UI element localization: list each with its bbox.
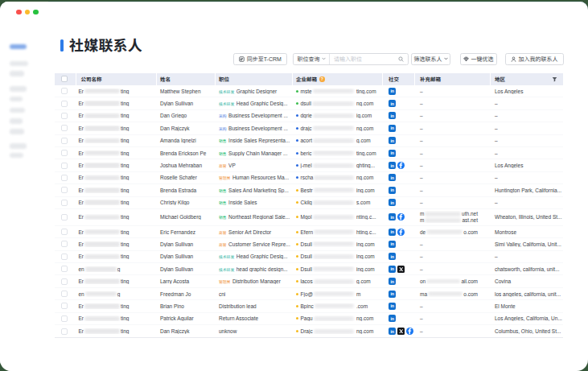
linkedin-icon[interactable]: in <box>389 229 396 236</box>
one-click-optimize-button[interactable]: 一键优选 <box>460 53 497 65</box>
linkedin-icon[interactable]: in <box>389 162 396 169</box>
email-cell: bericting.com <box>293 150 383 156</box>
linkedin-icon[interactable]: in <box>389 199 396 206</box>
filter-funnel-icon[interactable] <box>552 76 557 82</box>
linkedin-icon[interactable]: in <box>389 253 396 260</box>
linkedin-icon[interactable]: in <box>389 100 396 107</box>
close-window-button[interactable] <box>16 10 22 15</box>
filter-contacts-button[interactable]: 筛选联系人 <box>411 53 450 65</box>
linkedin-icon[interactable]: in <box>389 112 396 119</box>
linkedin-icon[interactable]: in <box>389 174 396 181</box>
row-checkbox[interactable] <box>61 229 68 235</box>
sidebar-item-4[interactable] <box>10 86 27 92</box>
position-search-input[interactable]: 请输入职位 <box>330 55 408 63</box>
region-cell: Los Angeles <box>491 89 563 94</box>
x-twitter-icon[interactable] <box>397 328 405 335</box>
row-checkbox[interactable] <box>61 163 68 169</box>
sidebar-item-5[interactable] <box>10 97 23 102</box>
linkedin-icon[interactable]: in <box>389 213 396 221</box>
x-twitter-icon[interactable] <box>397 266 405 273</box>
row-checkbox[interactable] <box>61 303 68 309</box>
linkedin-icon[interactable]: in <box>389 291 396 298</box>
facebook-icon[interactable] <box>397 229 405 236</box>
facebook-icon[interactable] <box>397 162 405 169</box>
row-checkbox[interactable] <box>61 138 68 144</box>
add-to-my-contacts-button[interactable]: 加入我的联系人 <box>505 53 564 65</box>
row-checkbox[interactable] <box>61 291 68 297</box>
sidebar-item-9[interactable] <box>10 143 27 149</box>
row-checkbox[interactable] <box>61 113 68 119</box>
name-cell: Dylan Sullivan <box>157 254 216 259</box>
zoom-window-button[interactable] <box>33 10 39 15</box>
region-cell: los angeles, california, unit... <box>491 291 563 297</box>
row-checkbox[interactable] <box>61 328 68 335</box>
sidebar-item-8[interactable] <box>10 129 24 134</box>
linkedin-icon[interactable]: in <box>389 328 396 335</box>
contact-row: ErtingDan Rajczyk采购Business Development … <box>55 122 563 134</box>
email-status-dot <box>296 280 298 282</box>
linkedin-icon[interactable]: in <box>389 150 396 157</box>
linkedin-icon[interactable]: in <box>389 278 396 285</box>
app-window: 社媒联系人 同步至T-CRM 职位查询 请输入职位 筛选联系人 一键优选 <box>0 2 588 371</box>
name-cell: Brenda Estrada <box>157 188 216 193</box>
sidebar-item-2[interactable] <box>10 61 28 67</box>
linkedin-icon[interactable]: in <box>389 125 396 132</box>
company-suffix: g <box>117 266 121 272</box>
row-checkbox[interactable] <box>61 187 68 193</box>
sync-to-tcrm-button[interactable]: 同步至T-CRM <box>233 53 287 65</box>
extra-email-empty: – <box>420 113 423 118</box>
row-checkbox[interactable] <box>61 254 68 260</box>
extra-email-cell: – <box>415 89 491 94</box>
row-checkbox[interactable] <box>61 266 68 272</box>
facebook-icon[interactable] <box>397 213 405 221</box>
sidebar-item-1[interactable] <box>10 44 27 50</box>
row-checkbox[interactable] <box>61 150 68 156</box>
sidebar-item-6[interactable] <box>10 108 25 113</box>
column-header-social: 社交 <box>383 73 415 86</box>
linkedin-icon[interactable]: in <box>389 241 396 248</box>
email-help-icon[interactable]: ? <box>319 76 325 82</box>
linkedin-icon[interactable]: in <box>389 303 396 310</box>
extra-email-cell: muth.netmast.net <box>415 211 491 223</box>
email-suffix: ing.com <box>356 266 375 272</box>
sidebar-item-7[interactable] <box>10 118 23 124</box>
row-checkbox[interactable] <box>61 241 68 247</box>
email-suffix: ghting... <box>356 163 375 168</box>
position-search-type-select[interactable]: 职位查询 <box>294 54 330 64</box>
company-suffix: ting <box>121 188 129 193</box>
linkedin-icon[interactable]: in <box>389 88 396 95</box>
row-checkbox[interactable] <box>61 278 68 285</box>
row-checkbox[interactable] <box>61 88 68 94</box>
row-checkbox[interactable] <box>61 101 68 107</box>
column-header-email: 企业邮箱? <box>293 73 383 86</box>
social-cell: in <box>383 328 415 335</box>
linkedin-icon[interactable]: in <box>389 187 396 194</box>
select-all-checkbox[interactable] <box>61 76 68 82</box>
linkedin-icon[interactable]: in <box>389 315 396 322</box>
extra-email-cell: – <box>415 315 491 321</box>
name-cell: Larry Acosta <box>157 278 216 284</box>
row-checkbox[interactable] <box>61 125 68 131</box>
sidebar-item-3[interactable] <box>10 71 24 76</box>
position-tag: 高管 <box>219 229 227 235</box>
row-checkbox[interactable] <box>61 315 68 322</box>
redacted-text <box>313 163 354 168</box>
minimize-window-button[interactable] <box>25 10 31 15</box>
sidebar-item-10[interactable] <box>10 153 23 159</box>
extra-email-cell: – <box>415 188 491 193</box>
email-prefix: j-mel <box>301 163 312 168</box>
extra-email: muth.net <box>420 211 478 216</box>
facebook-icon[interactable] <box>406 328 413 335</box>
email-prefix: dsull <box>301 101 311 106</box>
row-checkbox[interactable] <box>61 175 68 181</box>
region-cell: Huntington Park, California... <box>491 188 563 193</box>
linkedin-icon[interactable]: in <box>389 137 396 144</box>
row-checkbox[interactable] <box>61 200 68 206</box>
email-suffix: ng.com <box>356 328 373 334</box>
company-cell: eng <box>76 291 157 297</box>
company-suffix: ting <box>121 200 129 205</box>
extra-email-cell: – <box>415 328 491 334</box>
email-cell: Dsulling.com <box>293 241 383 247</box>
linkedin-icon[interactable]: in <box>389 266 396 273</box>
row-checkbox[interactable] <box>61 214 68 221</box>
